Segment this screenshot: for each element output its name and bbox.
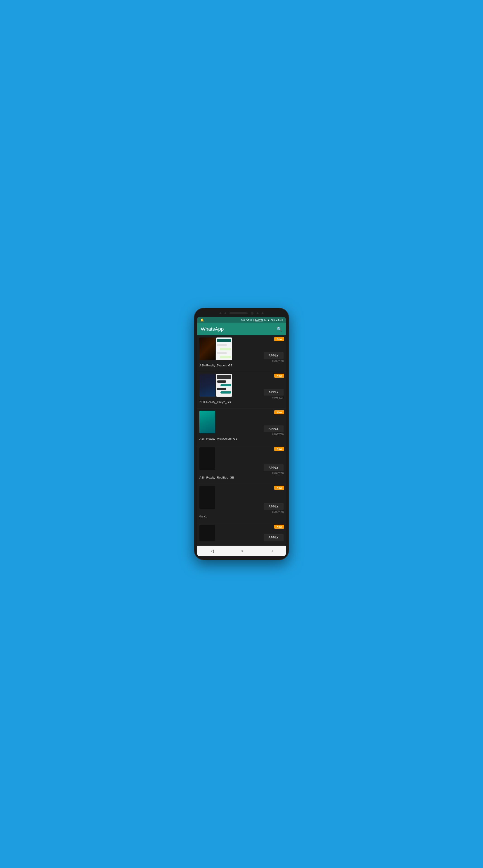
theme-item: APPLY 05/05/2018 New ASK-Reality_Dragon_… [197, 335, 286, 372]
phone-speaker [229, 312, 248, 314]
theme-date: 05/05/2018 [272, 433, 284, 436]
phone-camera [251, 312, 254, 315]
top-dot-left [220, 312, 221, 314]
signal-icon: ▐ [253, 319, 254, 321]
theme-item-inner: APPLY 05/05/2018 New [197, 408, 286, 436]
status-bar: 🔔 4.81 K/s ⊙ ▐ VoLTE 4G ▲ 71% ⌀ 5:18 [197, 317, 286, 323]
theme-item-inner: APPLY 05/05/2018 New [197, 484, 286, 513]
theme-name: dark1 [197, 513, 286, 518]
apply-button[interactable]: APPLY [264, 352, 284, 359]
phone-top-bar [197, 312, 286, 315]
theme-name: ASK-Reality_Dragon_GB [197, 362, 286, 367]
new-badge: New [274, 525, 284, 529]
new-badge: New [274, 374, 284, 378]
recents-button[interactable]: □ [270, 549, 273, 553]
new-badge: New [274, 410, 284, 414]
thumb-empty [199, 525, 215, 541]
app-header: WhatsApp 🔍 [197, 323, 286, 335]
app-title: WhatsApp [201, 326, 224, 332]
theme-item: APPLY New [197, 523, 286, 546]
home-button[interactable]: ○ [240, 549, 243, 553]
thumb-empty [199, 486, 215, 509]
top-dot-right [257, 312, 258, 314]
thumb-preview [199, 411, 215, 433]
volte-badge: VoLTE [255, 319, 262, 321]
theme-date: 05/05/2018 [272, 397, 284, 399]
theme-item: APPLY 05/05/2018 New ASK-Reality_RedBlue… [197, 445, 286, 484]
theme-thumbnails [197, 484, 218, 513]
theme-item-inner: APPLY 05/05/2018 New [197, 372, 286, 399]
apply-button[interactable]: APPLY [264, 464, 284, 471]
apply-button[interactable]: APPLY [264, 389, 284, 396]
time-display: 5:18 [278, 319, 283, 321]
theme-item: APPLY 05/05/2018 New ASK-Reality_Grey2_G… [197, 372, 286, 408]
search-icon[interactable]: 🔍 [277, 327, 282, 332]
signal-strength-icon: ▲ [267, 319, 270, 321]
thumb-chat [216, 374, 232, 397]
theme-thumbnails [197, 408, 218, 436]
theme-item: APPLY 05/05/2018 New ASK-Reality_MultiCo… [197, 408, 286, 445]
theme-thumbnails [197, 372, 234, 399]
thumb-chat [216, 338, 232, 360]
wifi-icon: ⊙ [250, 319, 252, 321]
theme-name: ASK-Reality_Grey2_GB [197, 399, 286, 404]
theme-thumbnails [197, 445, 218, 474]
theme-date: 05/05/2018 [272, 472, 284, 474]
apply-button[interactable]: APPLY [264, 534, 284, 541]
theme-thumbnails [197, 523, 218, 541]
apply-button[interactable]: APPLY [264, 503, 284, 510]
network-speed: 4.81 K/s [241, 319, 249, 321]
theme-date: 05/05/2018 [272, 511, 284, 513]
theme-thumbnails [197, 335, 234, 362]
phone-screen: 🔔 4.81 K/s ⊙ ▐ VoLTE 4G ▲ 71% ⌀ 5:18 Wha… [197, 317, 286, 556]
nav-bar: ◁ ○ □ [197, 546, 286, 556]
4g-icon: 4G [263, 319, 266, 321]
theme-list: APPLY 05/05/2018 New ASK-Reality_Dragon_… [197, 335, 286, 546]
notification-bell-icon: 🔔 [200, 318, 204, 322]
theme-name: ASK-Reality_RedBlue_GB [197, 474, 286, 479]
theme-name: ASK-Reality_MultiColors_GB [197, 436, 286, 440]
thumb-empty [199, 447, 215, 470]
new-badge: New [274, 486, 284, 490]
new-badge: New [274, 447, 284, 451]
theme-date: 05/05/2018 [272, 360, 284, 362]
theme-item-inner: APPLY 05/05/2018 New [197, 335, 286, 362]
theme-item: APPLY 05/05/2018 New dark1 [197, 484, 286, 523]
back-button[interactable]: ◁ [210, 548, 214, 553]
apply-button[interactable]: APPLY [264, 426, 284, 432]
status-left: 🔔 [200, 318, 204, 322]
phone-frame: 🔔 4.81 K/s ⊙ ▐ VoLTE 4G ▲ 71% ⌀ 5:18 Wha… [194, 308, 289, 560]
battery-icon: ⌀ [276, 319, 278, 321]
thumb-dark [199, 338, 215, 360]
battery-percent: 71% [271, 319, 275, 321]
theme-item-inner: APPLY New [197, 523, 286, 541]
top-dot-right2 [262, 312, 263, 314]
top-dot-left2 [225, 312, 226, 314]
thumb-dark [199, 374, 215, 397]
new-badge: New [274, 337, 284, 341]
theme-item-inner: APPLY 05/05/2018 New [197, 445, 286, 474]
status-right: 4.81 K/s ⊙ ▐ VoLTE 4G ▲ 71% ⌀ 5:18 [241, 319, 283, 321]
